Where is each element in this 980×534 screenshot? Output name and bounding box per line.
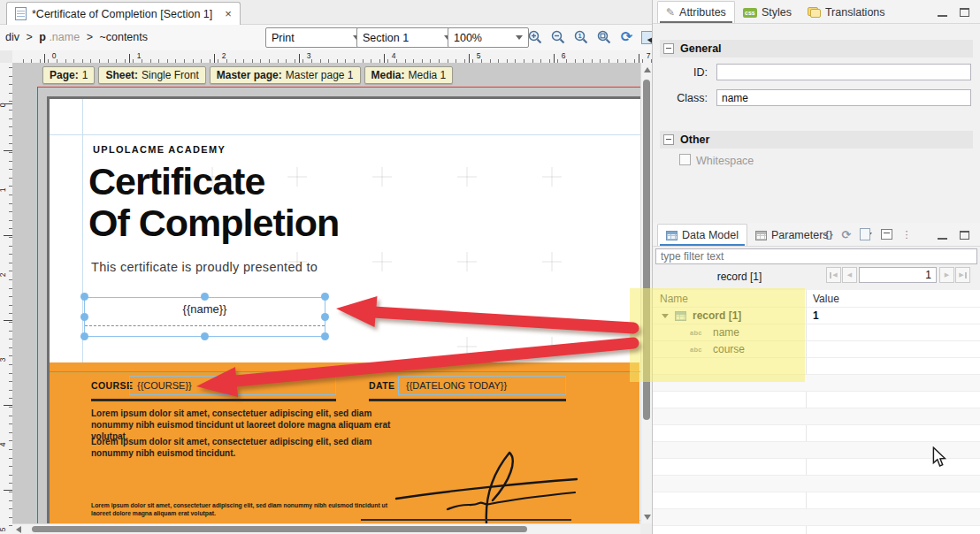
ruler-mark: 1 <box>137 51 142 60</box>
record-nav-label: record [1] <box>653 271 826 283</box>
grid-cross <box>372 252 392 271</box>
class-field[interactable] <box>716 89 971 106</box>
breadcrumb-p[interactable]: p <box>39 31 46 43</box>
ruler-mark: 4 <box>0 443 7 447</box>
data-model-icon <box>666 231 678 240</box>
course-field[interactable]: {{COURSE}} <box>129 376 336 395</box>
ruler-mark: 5 <box>0 528 7 532</box>
close-icon[interactable]: × <box>225 8 232 19</box>
zoom-100-icon[interactable]: 1 <box>572 29 589 46</box>
import-data-icon[interactable] <box>860 228 872 240</box>
toolbar: div > p .name > ~contents Print Section … <box>0 25 652 50</box>
scroll-up-icon[interactable] <box>644 67 651 72</box>
filter-input[interactable] <box>655 248 977 264</box>
last-record-button[interactable]: ▶ <box>955 267 970 283</box>
maximize-icon[interactable] <box>960 8 969 17</box>
whitespace-checkbox[interactable] <box>679 154 691 165</box>
sheet-badge[interactable]: Sheet:Single Front <box>98 66 205 84</box>
scroll-down-icon[interactable] <box>644 515 651 520</box>
name-field-selected[interactable]: {{name}} <box>84 297 325 337</box>
table-row-empty <box>653 392 980 408</box>
certificate-title[interactable]: Certificate Of Completion <box>88 161 339 244</box>
resize-handle[interactable] <box>80 332 88 340</box>
data-model-toolbar: {} ⟳ ⋮ <box>825 228 911 240</box>
ruler-mark: 7 <box>647 51 651 60</box>
grid-cross <box>457 337 477 356</box>
resize-handle[interactable] <box>201 332 209 340</box>
tab-data-model[interactable]: Data Model <box>657 224 747 246</box>
date-field[interactable]: {{DATELONG TODAY}} <box>398 376 566 395</box>
ruler-mark: 5 <box>477 51 481 60</box>
master-page-badge[interactable]: Master page:Master page 1 <box>210 66 361 84</box>
title-line-1: Certificate <box>88 161 339 202</box>
attributes-tab-bar: ✎ Attributes css Styles Translations <box>653 0 980 24</box>
zoom-fit-icon[interactable] <box>595 29 612 46</box>
refresh-icon[interactable]: ⟳ <box>618 29 635 46</box>
value-column-header[interactable]: Value <box>813 293 839 305</box>
breadcrumb-div[interactable]: div <box>5 31 19 43</box>
document-tab[interactable]: *Certificate of Completion [Section 1] × <box>6 2 241 25</box>
other-section-header[interactable]: Other <box>660 131 973 149</box>
zoom-out-icon[interactable] <box>549 29 566 46</box>
json-braces-icon[interactable]: {} <box>825 229 833 240</box>
section-title: Other <box>680 134 709 146</box>
zoom-dropdown-value: 100% <box>454 32 482 44</box>
tab-parameters[interactable]: Parameters <box>747 225 837 246</box>
body-paragraph-2[interactable]: Lorem ipsum dolor sit amet, consectetuer… <box>91 436 402 459</box>
resize-handle[interactable] <box>321 332 329 340</box>
maximize-icon[interactable] <box>960 231 969 240</box>
breadcrumb-contents[interactable]: ~contents <box>99 31 148 43</box>
context-dropdown[interactable]: Print <box>265 27 366 48</box>
page-badge[interactable]: Page:1 <box>42 66 95 84</box>
general-section-header[interactable]: General <box>660 40 973 57</box>
tab-label: Translations <box>825 6 885 19</box>
horizontal-scrollbar[interactable] <box>12 523 652 534</box>
resize-handle[interactable] <box>80 293 88 301</box>
fine-print[interactable]: Lorem ipsum dolor sit amet, consectetuer… <box>91 502 399 517</box>
previous-record-button[interactable]: ◀ <box>842 267 857 283</box>
breadcrumb[interactable]: div > p .name > ~contents <box>5 31 148 43</box>
table-row-empty <box>653 459 980 476</box>
tab-attributes[interactable]: ✎ Attributes <box>657 1 735 23</box>
parameters-icon <box>755 231 767 240</box>
media-badge[interactable]: Media:Media 1 <box>364 66 454 84</box>
breadcrumb-separator: > <box>87 31 93 43</box>
date-placeholder: {{DATELONG TODAY}} <box>406 380 507 391</box>
zoom-dropdown[interactable]: 100% <box>448 27 529 48</box>
certificate-subtitle[interactable]: This certificate is proudly presented to <box>91 260 318 274</box>
tab-translations[interactable]: Translations <box>800 2 893 23</box>
ruler-mark: 3 <box>0 358 7 362</box>
collapse-all-icon[interactable] <box>881 229 892 240</box>
tab-styles[interactable]: css Styles <box>735 2 800 23</box>
scroll-left-icon[interactable] <box>16 526 21 533</box>
resize-handle[interactable] <box>321 313 329 321</box>
zoom-in-icon[interactable] <box>526 29 543 46</box>
section-dropdown[interactable]: Section 1 <box>356 27 457 48</box>
design-canvas[interactable]: Page:1 Sheet:Single Front Master page:Ma… <box>12 63 652 534</box>
data-model-tab-bar: Data Model Parameters <box>653 223 980 247</box>
resize-handle[interactable] <box>201 293 209 301</box>
collapse-icon[interactable] <box>663 43 674 54</box>
guide-line-horizontal <box>50 134 642 135</box>
first-record-button[interactable]: ◀ <box>826 267 841 283</box>
minimize-icon[interactable] <box>938 8 947 17</box>
view-menu-icon[interactable]: ⋮ <box>901 230 911 240</box>
id-label: ID: <box>672 66 708 79</box>
date-underline <box>369 399 566 401</box>
signature-image <box>393 451 580 523</box>
id-field[interactable] <box>716 64 971 80</box>
resize-handle[interactable] <box>80 313 88 321</box>
horizontal-scrollbar-thumb[interactable] <box>32 526 527 532</box>
minimize-icon[interactable] <box>938 231 947 240</box>
collapse-icon[interactable] <box>663 134 674 145</box>
certificate-page[interactable]: UPLOLACME ACADEMY Certificate Of Complet… <box>47 96 642 523</box>
reload-data-icon[interactable]: ⟳ <box>842 229 852 240</box>
breadcrumb-class[interactable]: .name <box>49 31 80 43</box>
tab-label: Styles <box>762 6 792 19</box>
next-record-button[interactable]: ▶ <box>939 267 954 283</box>
resize-handle[interactable] <box>321 293 329 301</box>
context-badges: Page:1 Sheet:Single Front Master page:Ma… <box>42 66 453 84</box>
academy-name[interactable]: UPLOLACME ACADEMY <box>93 144 226 155</box>
record-number-input[interactable] <box>859 267 937 283</box>
application-window: *Certificate of Completion [Section 1] ×… <box>0 0 980 534</box>
